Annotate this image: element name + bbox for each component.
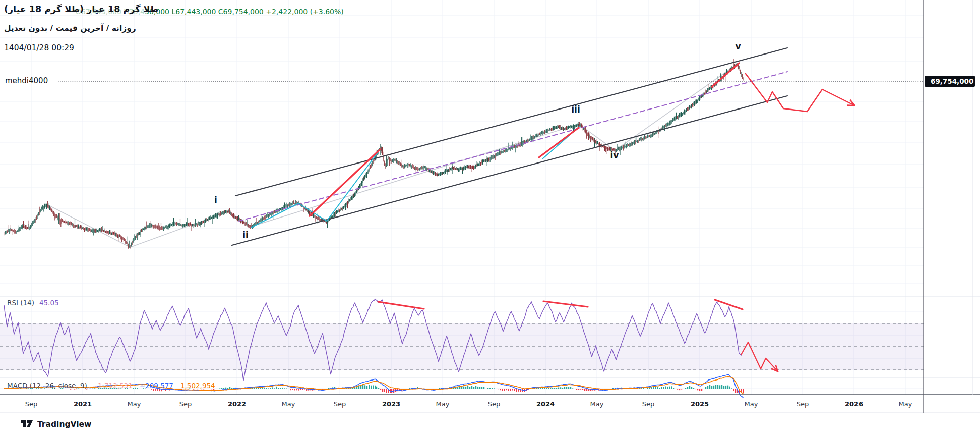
macd-legend-row[interactable]: MACD (12, 26, close, 9)−1,712,531−209,57… <box>7 382 215 390</box>
username-watermark: mehdi4000 <box>5 76 48 85</box>
time-tick-label: May <box>128 396 141 413</box>
time-tick-label: May <box>590 396 604 413</box>
time-tick-label: May <box>745 396 758 413</box>
macd-signal-value: 1,502,954 <box>180 382 215 390</box>
time-axis[interactable]: Sep2021MaySep2022MaySep2023MaySep2024May… <box>0 396 924 413</box>
chart-canvas[interactable] <box>0 0 980 434</box>
time-tick-label: Sep <box>642 396 655 413</box>
ohlc-values: 30,000 L67,443,000 C69,754,000 +2,422,00… <box>145 8 344 16</box>
time-tick-label: 2025 <box>691 396 709 413</box>
rsi-legend-row[interactable]: RSI (14)45.05 <box>7 299 59 307</box>
symbol-title[interactable]: طلا گرم 18 عیار (طلا گرم 18 عیار) <box>4 4 158 14</box>
tradingview-brand-text: TradingView <box>37 420 91 429</box>
last-price-badge: 69,754,000 <box>925 76 975 87</box>
datetime-label: 1404/01/28 00:29 <box>4 43 74 52</box>
macd-hist-value: −1,712,531 <box>92 382 133 390</box>
macd-line-value: −209,577 <box>140 382 173 390</box>
time-tick-label: 2021 <box>74 396 92 413</box>
time-tick-label: Sep <box>25 396 38 413</box>
wave-label-i[interactable]: i <box>214 195 217 205</box>
time-tick-label: May <box>436 396 450 413</box>
time-tick-label: May <box>899 396 912 413</box>
time-tick-label: Sep <box>488 396 501 413</box>
time-tick-label: Sep <box>797 396 809 413</box>
time-tick-label: Sep <box>334 396 346 413</box>
wave-label-ii[interactable]: ii <box>242 230 249 240</box>
time-tick-label: 2023 <box>382 396 400 413</box>
tradingview-logo-icon <box>20 419 33 430</box>
wave-label-iii[interactable]: iii <box>571 104 580 115</box>
time-tick-label: Sep <box>179 396 192 413</box>
time-tick-label: 2024 <box>536 396 555 413</box>
footer-brand[interactable]: TradingView <box>20 419 91 430</box>
macd-label: MACD (12, 26, close, 9) <box>7 382 87 390</box>
price-axis[interactable]: 160,000,000120,000,00090,000,00054,000,0… <box>924 0 980 395</box>
time-tick-label: 2022 <box>228 396 246 413</box>
wave-label-v[interactable]: v <box>735 41 741 51</box>
wave-label-iv[interactable]: iv <box>610 150 619 160</box>
timeframe-subtitle: روزانه / آخرین قیمت / بدون تعدیل <box>4 24 136 33</box>
rsi-value: 45.05 <box>39 299 59 307</box>
rsi-label: RSI (14) <box>7 299 34 307</box>
tradingview-chart-window: O67,443,000 H70,4 30,000 L67,443,000 C69… <box>0 0 980 434</box>
time-tick-label: 2026 <box>845 396 863 413</box>
time-tick-label: May <box>282 396 295 413</box>
